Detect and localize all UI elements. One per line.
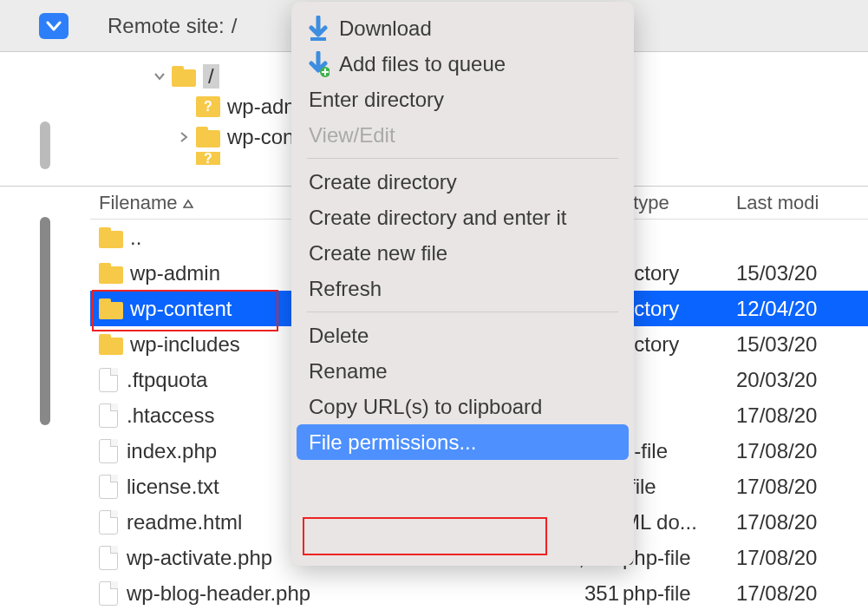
file-icon — [99, 546, 118, 570]
remote-site-path[interactable]: / — [232, 14, 238, 38]
menu-label: Download — [339, 16, 432, 41]
folder-icon — [99, 263, 123, 284]
modified-label: 17/08/20 — [728, 546, 868, 570]
list-scrollbar-thumb[interactable] — [40, 217, 50, 425]
menu-item-delete[interactable]: Delete — [291, 318, 634, 353]
modified-label: 12/04/20 — [728, 297, 868, 321]
header-label: Last modi — [736, 192, 819, 213]
filename-label: wp-content — [130, 297, 232, 321]
filename-label: .ftpquota — [127, 368, 207, 392]
filename-label: readme.html — [127, 510, 242, 535]
list-row[interactable]: wp-blog-header.php351php-file17/08/20 — [90, 575, 868, 610]
menu-label: Rename — [309, 359, 388, 384]
menu-separator — [307, 312, 618, 312]
menu-label: Copy URL(s) to clipboard — [309, 395, 542, 419]
menu-item-copy-url[interactable]: Copy URL(s) to clipboard — [291, 389, 634, 424]
list-scrollbar[interactable] — [0, 187, 90, 610]
file-icon — [99, 581, 118, 606]
tree-scrollbar-thumb[interactable] — [40, 121, 50, 169]
menu-item-add-queue[interactable]: Add files to queue — [291, 46, 634, 82]
filetype-label: ectory — [619, 332, 728, 357]
chevron-down-icon[interactable] — [151, 68, 168, 85]
filetype-label: php-file — [619, 546, 728, 570]
filetype-label: -file — [619, 475, 728, 499]
modified-label: 15/03/20 — [728, 261, 868, 285]
spacer — [175, 152, 193, 165]
menu-item-view-edit: View/Edit — [291, 117, 634, 153]
menu-item-refresh[interactable]: Refresh — [291, 271, 634, 306]
filename-label: license.txt — [127, 475, 219, 499]
svg-rect-0 — [310, 37, 326, 41]
menu-label: Create directory — [309, 170, 457, 194]
folder-icon — [99, 334, 123, 355]
modified-label: 17/08/20 — [728, 475, 868, 499]
menu-item-create-file[interactable]: Create new file — [291, 235, 634, 271]
tree-scrollbar[interactable] — [0, 52, 90, 186]
filename-label: wp-includes — [130, 332, 240, 357]
header-label: Filename — [99, 192, 177, 214]
menu-item-create-directory-enter[interactable]: Create directory and enter it — [291, 200, 634, 235]
folder-icon — [196, 127, 220, 148]
menu-item-rename[interactable]: Rename — [291, 353, 634, 389]
filetype-label: e — [619, 368, 728, 392]
filetype-label: e — [619, 403, 728, 428]
folder-icon — [99, 227, 123, 248]
menu-label: Delete — [309, 324, 369, 348]
filename-label: .. — [130, 226, 141, 250]
menu-item-enter-directory[interactable]: Enter directory — [291, 82, 634, 117]
filename-label: wp-blog-header.php — [127, 581, 310, 606]
folder-unknown-icon — [196, 96, 220, 117]
filename-label: wp-admin — [130, 261, 220, 285]
menu-label: Enter directory — [309, 88, 444, 112]
menu-label: View/Edit — [309, 123, 395, 148]
filename-label: .htaccess — [127, 403, 214, 428]
chevron-down-icon — [46, 20, 62, 32]
file-icon — [99, 403, 118, 428]
history-dropdown-button[interactable] — [39, 13, 69, 39]
modified-label: 17/08/20 — [728, 403, 868, 428]
column-header-filetype[interactable]: etype — [619, 192, 728, 214]
menu-label: Add files to queue — [339, 52, 506, 76]
filetype-label: ML do... — [619, 510, 728, 535]
tree-item-label: wp-con — [227, 125, 294, 149]
file-icon — [99, 368, 118, 392]
column-header-modified[interactable]: Last modi — [728, 192, 868, 214]
filetype-label: php-file — [619, 581, 728, 606]
filesize-label: 351 — [558, 581, 619, 606]
menu-label: Create new file — [309, 241, 447, 266]
tree-item-label: / — [203, 64, 219, 89]
modified-label: 17/08/20 — [728, 510, 868, 535]
menu-label: Refresh — [309, 277, 382, 301]
menu-item-download[interactable]: Download — [291, 10, 634, 46]
remote-site-label: Remote site: — [108, 14, 225, 38]
menu-label: Create directory and enter it — [309, 206, 566, 230]
file-icon — [99, 439, 118, 463]
filetype-label: ectory — [619, 261, 728, 285]
modified-label: 17/08/20 — [728, 581, 868, 606]
filename-label: wp-activate.php — [127, 546, 272, 570]
chevron-right-icon[interactable] — [175, 128, 193, 146]
modified-label: 15/03/20 — [728, 332, 868, 357]
menu-separator — [307, 158, 618, 159]
file-icon — [99, 510, 118, 535]
filetype-label: ectory — [619, 297, 728, 321]
sort-ascending-icon — [182, 192, 194, 214]
menu-item-file-permissions[interactable]: File permissions... — [297, 424, 629, 460]
file-icon — [99, 475, 118, 499]
menu-item-create-directory[interactable]: Create directory — [291, 164, 634, 200]
modified-label: 20/03/20 — [728, 368, 868, 392]
folder-icon — [99, 298, 123, 319]
filename-label: index.php — [127, 439, 217, 463]
modified-label: 17/08/20 — [728, 439, 868, 463]
add-queue-icon — [307, 51, 330, 77]
tree-item-label: wp-adm — [227, 95, 301, 119]
context-menu: Download Add files to queue Enter direct… — [291, 2, 634, 566]
download-icon — [307, 16, 330, 42]
spacer — [175, 98, 193, 115]
folder-unknown-icon — [196, 152, 220, 165]
folder-icon — [172, 66, 196, 87]
filetype-label: p-file — [619, 439, 728, 463]
menu-label: File permissions... — [309, 430, 476, 455]
